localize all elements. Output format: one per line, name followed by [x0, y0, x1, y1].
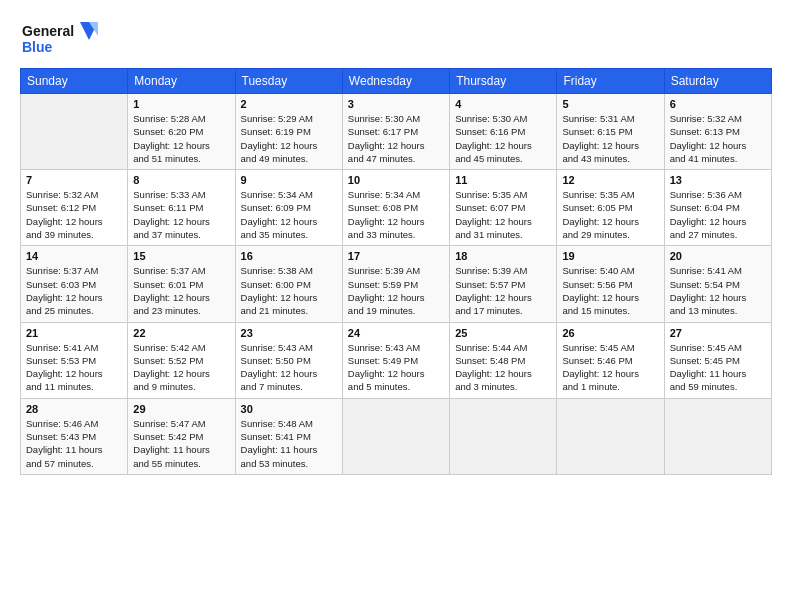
day-info: Sunrise: 5:35 AMSunset: 6:07 PMDaylight:…	[455, 188, 551, 241]
weekday-row: SundayMondayTuesdayWednesdayThursdayFrid…	[21, 69, 772, 94]
day-info: Sunrise: 5:39 AMSunset: 5:59 PMDaylight:…	[348, 264, 444, 317]
calendar-cell: 21Sunrise: 5:41 AMSunset: 5:53 PMDayligh…	[21, 322, 128, 398]
day-number: 26	[562, 327, 658, 339]
weekday-monday: Monday	[128, 69, 235, 94]
calendar-cell: 29Sunrise: 5:47 AMSunset: 5:42 PMDayligh…	[128, 398, 235, 474]
day-info: Sunrise: 5:36 AMSunset: 6:04 PMDaylight:…	[670, 188, 766, 241]
day-info: Sunrise: 5:28 AMSunset: 6:20 PMDaylight:…	[133, 112, 229, 165]
calendar-cell: 17Sunrise: 5:39 AMSunset: 5:59 PMDayligh…	[342, 246, 449, 322]
day-info: Sunrise: 5:44 AMSunset: 5:48 PMDaylight:…	[455, 341, 551, 394]
calendar-cell: 28Sunrise: 5:46 AMSunset: 5:43 PMDayligh…	[21, 398, 128, 474]
day-number: 27	[670, 327, 766, 339]
day-info: Sunrise: 5:41 AMSunset: 5:54 PMDaylight:…	[670, 264, 766, 317]
calendar-cell: 19Sunrise: 5:40 AMSunset: 5:56 PMDayligh…	[557, 246, 664, 322]
calendar-cell: 30Sunrise: 5:48 AMSunset: 5:41 PMDayligh…	[235, 398, 342, 474]
calendar-body: 1Sunrise: 5:28 AMSunset: 6:20 PMDaylight…	[21, 94, 772, 475]
calendar-cell: 11Sunrise: 5:35 AMSunset: 6:07 PMDayligh…	[450, 170, 557, 246]
week-row-1: 1Sunrise: 5:28 AMSunset: 6:20 PMDaylight…	[21, 94, 772, 170]
calendar-cell: 22Sunrise: 5:42 AMSunset: 5:52 PMDayligh…	[128, 322, 235, 398]
weekday-tuesday: Tuesday	[235, 69, 342, 94]
week-row-4: 21Sunrise: 5:41 AMSunset: 5:53 PMDayligh…	[21, 322, 772, 398]
calendar-cell: 14Sunrise: 5:37 AMSunset: 6:03 PMDayligh…	[21, 246, 128, 322]
day-number: 4	[455, 98, 551, 110]
week-row-5: 28Sunrise: 5:46 AMSunset: 5:43 PMDayligh…	[21, 398, 772, 474]
day-number: 13	[670, 174, 766, 186]
day-info: Sunrise: 5:45 AMSunset: 5:45 PMDaylight:…	[670, 341, 766, 394]
header: GeneralBlue	[20, 18, 772, 58]
calendar-cell: 1Sunrise: 5:28 AMSunset: 6:20 PMDaylight…	[128, 94, 235, 170]
weekday-wednesday: Wednesday	[342, 69, 449, 94]
weekday-thursday: Thursday	[450, 69, 557, 94]
day-number: 21	[26, 327, 122, 339]
weekday-sunday: Sunday	[21, 69, 128, 94]
day-info: Sunrise: 5:34 AMSunset: 6:08 PMDaylight:…	[348, 188, 444, 241]
calendar-cell: 16Sunrise: 5:38 AMSunset: 6:00 PMDayligh…	[235, 246, 342, 322]
day-info: Sunrise: 5:37 AMSunset: 6:01 PMDaylight:…	[133, 264, 229, 317]
calendar-cell	[342, 398, 449, 474]
day-info: Sunrise: 5:32 AMSunset: 6:13 PMDaylight:…	[670, 112, 766, 165]
day-info: Sunrise: 5:30 AMSunset: 6:17 PMDaylight:…	[348, 112, 444, 165]
day-number: 10	[348, 174, 444, 186]
day-info: Sunrise: 5:35 AMSunset: 6:05 PMDaylight:…	[562, 188, 658, 241]
calendar-cell: 18Sunrise: 5:39 AMSunset: 5:57 PMDayligh…	[450, 246, 557, 322]
calendar-cell: 4Sunrise: 5:30 AMSunset: 6:16 PMDaylight…	[450, 94, 557, 170]
week-row-3: 14Sunrise: 5:37 AMSunset: 6:03 PMDayligh…	[21, 246, 772, 322]
day-info: Sunrise: 5:30 AMSunset: 6:16 PMDaylight:…	[455, 112, 551, 165]
day-number: 12	[562, 174, 658, 186]
day-number: 23	[241, 327, 337, 339]
day-info: Sunrise: 5:48 AMSunset: 5:41 PMDaylight:…	[241, 417, 337, 470]
day-number: 28	[26, 403, 122, 415]
calendar-cell: 20Sunrise: 5:41 AMSunset: 5:54 PMDayligh…	[664, 246, 771, 322]
day-info: Sunrise: 5:31 AMSunset: 6:15 PMDaylight:…	[562, 112, 658, 165]
day-number: 5	[562, 98, 658, 110]
day-number: 7	[26, 174, 122, 186]
day-info: Sunrise: 5:45 AMSunset: 5:46 PMDaylight:…	[562, 341, 658, 394]
calendar-cell: 26Sunrise: 5:45 AMSunset: 5:46 PMDayligh…	[557, 322, 664, 398]
svg-text:Blue: Blue	[22, 39, 53, 55]
week-row-2: 7Sunrise: 5:32 AMSunset: 6:12 PMDaylight…	[21, 170, 772, 246]
day-number: 11	[455, 174, 551, 186]
logo: GeneralBlue	[20, 18, 100, 58]
calendar: SundayMondayTuesdayWednesdayThursdayFrid…	[20, 68, 772, 475]
calendar-cell: 24Sunrise: 5:43 AMSunset: 5:49 PMDayligh…	[342, 322, 449, 398]
calendar-cell: 6Sunrise: 5:32 AMSunset: 6:13 PMDaylight…	[664, 94, 771, 170]
day-info: Sunrise: 5:43 AMSunset: 5:50 PMDaylight:…	[241, 341, 337, 394]
calendar-cell: 7Sunrise: 5:32 AMSunset: 6:12 PMDaylight…	[21, 170, 128, 246]
day-info: Sunrise: 5:38 AMSunset: 6:00 PMDaylight:…	[241, 264, 337, 317]
logo-icon: GeneralBlue	[20, 18, 100, 58]
calendar-cell: 13Sunrise: 5:36 AMSunset: 6:04 PMDayligh…	[664, 170, 771, 246]
calendar-cell: 5Sunrise: 5:31 AMSunset: 6:15 PMDaylight…	[557, 94, 664, 170]
day-info: Sunrise: 5:29 AMSunset: 6:19 PMDaylight:…	[241, 112, 337, 165]
calendar-cell: 8Sunrise: 5:33 AMSunset: 6:11 PMDaylight…	[128, 170, 235, 246]
day-info: Sunrise: 5:47 AMSunset: 5:42 PMDaylight:…	[133, 417, 229, 470]
day-number: 24	[348, 327, 444, 339]
calendar-cell: 10Sunrise: 5:34 AMSunset: 6:08 PMDayligh…	[342, 170, 449, 246]
page: GeneralBlue SundayMondayTuesdayWednesday…	[0, 0, 792, 485]
day-number: 9	[241, 174, 337, 186]
day-number: 30	[241, 403, 337, 415]
day-number: 29	[133, 403, 229, 415]
calendar-header: SundayMondayTuesdayWednesdayThursdayFrid…	[21, 69, 772, 94]
day-info: Sunrise: 5:34 AMSunset: 6:09 PMDaylight:…	[241, 188, 337, 241]
day-info: Sunrise: 5:43 AMSunset: 5:49 PMDaylight:…	[348, 341, 444, 394]
day-info: Sunrise: 5:42 AMSunset: 5:52 PMDaylight:…	[133, 341, 229, 394]
day-info: Sunrise: 5:33 AMSunset: 6:11 PMDaylight:…	[133, 188, 229, 241]
day-number: 14	[26, 250, 122, 262]
day-info: Sunrise: 5:40 AMSunset: 5:56 PMDaylight:…	[562, 264, 658, 317]
calendar-cell	[664, 398, 771, 474]
day-number: 20	[670, 250, 766, 262]
calendar-cell	[557, 398, 664, 474]
day-number: 3	[348, 98, 444, 110]
day-number: 6	[670, 98, 766, 110]
day-number: 19	[562, 250, 658, 262]
weekday-friday: Friday	[557, 69, 664, 94]
day-number: 2	[241, 98, 337, 110]
day-info: Sunrise: 5:41 AMSunset: 5:53 PMDaylight:…	[26, 341, 122, 394]
day-number: 8	[133, 174, 229, 186]
calendar-cell: 12Sunrise: 5:35 AMSunset: 6:05 PMDayligh…	[557, 170, 664, 246]
calendar-cell	[21, 94, 128, 170]
calendar-cell: 3Sunrise: 5:30 AMSunset: 6:17 PMDaylight…	[342, 94, 449, 170]
day-number: 1	[133, 98, 229, 110]
calendar-cell: 27Sunrise: 5:45 AMSunset: 5:45 PMDayligh…	[664, 322, 771, 398]
calendar-cell: 2Sunrise: 5:29 AMSunset: 6:19 PMDaylight…	[235, 94, 342, 170]
